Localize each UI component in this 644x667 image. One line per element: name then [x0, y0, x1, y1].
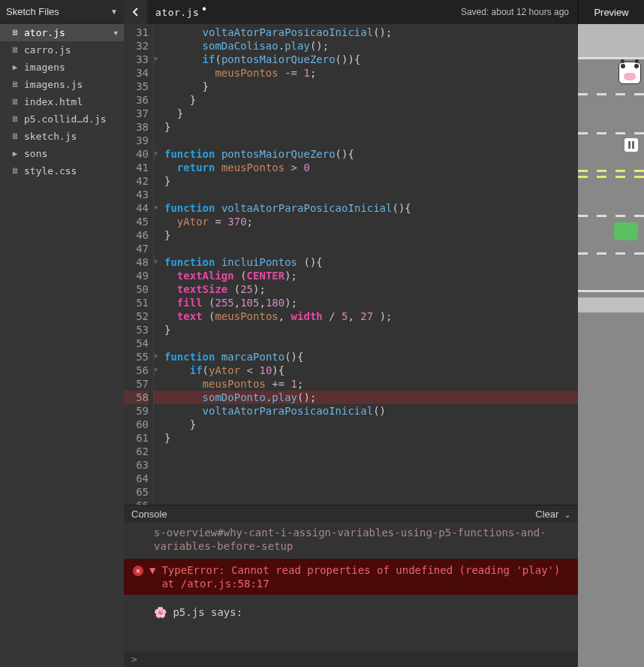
folder-icon: ▶ [11, 149, 20, 158]
file-icon: 🗎 [11, 114, 20, 124]
file-item[interactable]: 🗎ator.js▼ [0, 24, 124, 41]
car-sprite [614, 222, 638, 240]
sketch-files-header[interactable]: Sketch Files ▼ [0, 0, 124, 24]
folder-item[interactable]: ▶sons [0, 145, 124, 162]
console-clear-button[interactable]: Clear ⌄ [535, 509, 570, 520]
file-item[interactable]: 🗎index.html [0, 93, 124, 110]
console-title: Console [131, 509, 167, 520]
file-icon: 🗎 [11, 28, 20, 38]
chevron-down-icon: ⌄ [564, 511, 570, 519]
file-name: carro.js [24, 44, 71, 56]
active-tab-name: ator.js [152, 7, 199, 18]
collapse-sidebar-button[interactable] [124, 0, 148, 24]
folder-icon: ▶ [11, 62, 20, 72]
file-icon: 🗎 [11, 45, 20, 55]
sketch-files-label: Sketch Files [6, 6, 59, 17]
chevron-down-icon: ▼ [114, 29, 118, 37]
console-message: s-overview#why-cant-i-assign-variables-u… [124, 526, 578, 559]
file-name: p5.collid…d.js [24, 113, 107, 125]
preview-header: Preview [578, 0, 644, 24]
unsaved-indicator-icon: • [202, 3, 206, 15]
file-icon: 🗎 [11, 166, 20, 176]
console-input-prompt[interactable]: > [124, 651, 578, 667]
console-message: 🌸 p5.js says: [124, 595, 578, 625]
file-item[interactable]: 🗎sketch.js [0, 128, 124, 145]
saved-status: Saved: about 12 hours ago [461, 7, 569, 17]
chevron-left-icon [131, 8, 140, 17]
car-sprite [624, 138, 638, 152]
folder-item[interactable]: ▶imagens [0, 59, 124, 76]
editor-header: ator.js • Saved: about 12 hours ago [124, 0, 578, 24]
console-output[interactable]: s-overview#why-cant-i-assign-variables-u… [124, 526, 578, 651]
preview-canvas [578, 24, 644, 667]
file-name: ator.js [24, 27, 65, 38]
chevron-down-icon: ▼ [110, 8, 118, 16]
code-content[interactable]: voltaAtorParaPosicaoInicial(); somDaColi… [154, 24, 578, 505]
code-editor[interactable]: 313233▼34353637383940▼41424344▼45464748▼… [124, 24, 578, 505]
file-name: sketch.js [24, 131, 77, 142]
file-name: imagens.js [24, 79, 83, 90]
file-tree: 🗎ator.js▼🗎carro.js▶imagens🗎imagens.js🗎in… [0, 24, 124, 667]
file-name: style.css [24, 165, 77, 177]
file-name: imagens [24, 62, 65, 73]
file-name: sons [24, 148, 47, 159]
file-item[interactable]: 🗎style.css [0, 162, 124, 180]
file-icon: 🗎 [11, 80, 20, 89]
file-icon: 🗎 [11, 131, 20, 141]
cow-sprite [618, 62, 641, 84]
error-location: at /ator.js:58:17 [161, 577, 560, 590]
caret-down-icon: ▼ [149, 563, 155, 577]
file-icon: 🗎 [11, 97, 20, 107]
console-panel: Console Clear ⌄ s-overview#why-cant-i-as… [124, 505, 578, 667]
error-icon: ✕ [133, 566, 143, 576]
file-name: index.html [24, 96, 83, 107]
preview-label: Preview [594, 7, 628, 18]
file-item[interactable]: 🗎imagens.js [0, 76, 124, 93]
line-gutter: 313233▼34353637383940▼41424344▼45464748▼… [124, 24, 154, 505]
console-error: ✕ ▼ TypeError: Cannot read properties of… [124, 559, 578, 595]
file-item[interactable]: 🗎carro.js [0, 41, 124, 59]
file-item[interactable]: 🗎p5.collid…d.js [0, 110, 124, 128]
error-message: TypeError: Cannot read properties of und… [161, 563, 560, 577]
